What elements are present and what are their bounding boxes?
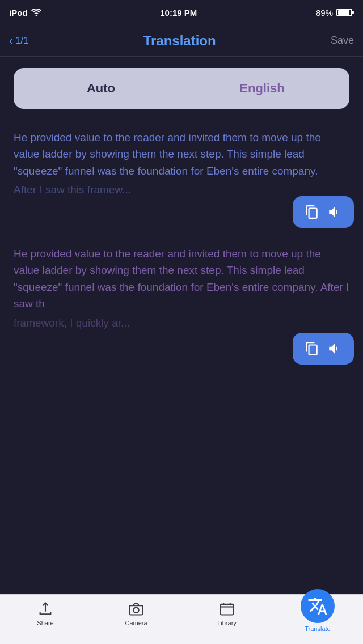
source-action-buttons [293,196,354,228]
back-chevron-icon: ‹ [9,34,13,47]
status-left: iPod [9,8,41,18]
device-name: iPod [9,8,28,18]
translate-button[interactable] [301,589,335,623]
wifi-icon [31,9,41,16]
speaker-translated-button[interactable] [324,338,345,359]
source-language-option[interactable]: Auto [20,73,182,104]
battery-percentage: 89% [316,8,333,18]
back-label: 1/1 [15,35,29,46]
nav-bar: ‹ 1/1 Translation Save [0,25,363,57]
translated-text-partial: framework, I quickly ar... [14,315,349,331]
tab-translate[interactable]: Translate [295,598,340,632]
library-label: Library [217,620,237,626]
camera-icon [128,600,145,617]
translate-label: Translate [305,625,330,632]
page-title: Translation [143,33,216,49]
speaker-button[interactable] [324,202,345,222]
status-time: 10:19 PM [160,8,197,18]
source-text: He provided value to the reader and invi… [14,129,349,179]
language-selector-container: Auto English [0,57,363,115]
library-icon [218,600,235,617]
target-language-option[interactable]: English [182,73,343,104]
source-text-section: He provided value to the reader and invi… [0,120,363,234]
translate-icon [307,596,328,616]
svg-rect-0 [129,605,142,615]
save-button[interactable]: Save [331,35,354,46]
status-right: 89% [316,8,354,18]
back-button[interactable]: ‹ 1/1 [9,34,28,47]
tab-camera[interactable]: Camera [113,600,159,626]
copy-translated-button[interactable] [302,338,322,359]
language-selector[interactable]: Auto English [14,68,349,109]
translated-action-buttons [293,333,354,365]
tab-share[interactable]: Share [23,600,68,626]
main-content: He provided value to the reader and invi… [0,115,363,588]
svg-point-1 [133,608,138,613]
svg-rect-2 [220,604,233,615]
battery-icon [336,9,354,16]
tab-library[interactable]: Library [204,600,250,626]
share-label: Share [37,620,53,626]
camera-label: Camera [125,620,147,626]
source-text-partial: After I saw this framew... [14,181,349,198]
translated-text: He provided value to the reader and invi… [14,245,349,312]
tab-bar: Share Camera Library Translate [0,594,363,644]
copy-button[interactable] [302,202,322,222]
status-bar: iPod 10:19 PM 89% [0,0,363,25]
translated-text-section: He provided value to the reader and invi… [0,234,363,370]
share-icon [37,600,54,617]
